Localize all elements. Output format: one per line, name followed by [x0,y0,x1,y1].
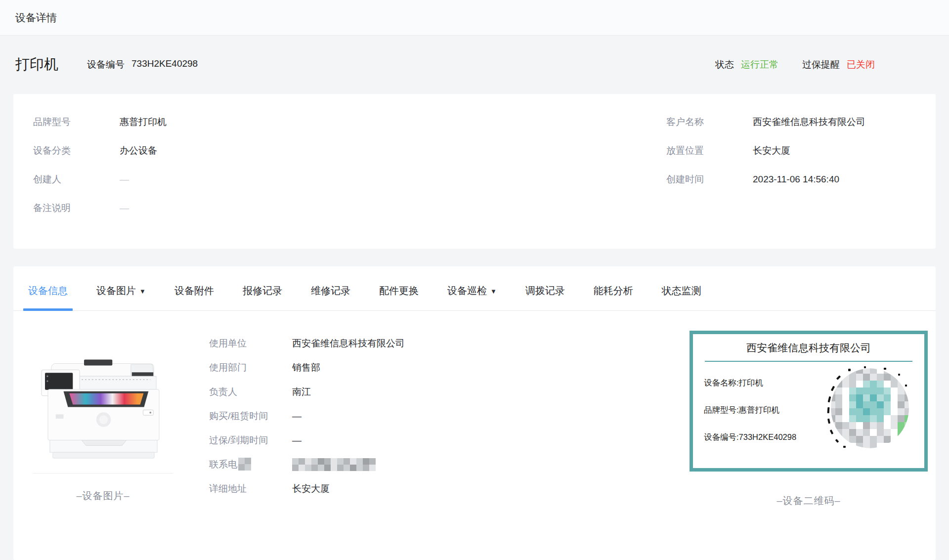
field-label: 放置位置 [666,143,753,158]
field-label: 联系电 [209,457,292,472]
device-number-label: 设备编号 [87,58,125,71]
tab-device-images[interactable]: 设备图片 ▼ [96,284,146,310]
field-value: 西安雀维信息科技有限公司 [292,336,405,351]
field-value: 2023-11-06 14:56:40 [753,172,839,186]
detail-row: 购买/租赁时间 — [209,409,690,424]
device-detail-card: 设备信息 设备图片 ▼ 设备附件 报修记录 维修记录 配件更换 设备巡检 ▼ 调… [13,266,936,560]
tab-device-attachments[interactable]: 设备附件 [174,284,214,310]
tab-label: 维修记录 [311,284,350,298]
warranty-reminder-label: 过保提醒 [802,58,840,71]
field-value: 长安大厦 [753,143,790,158]
info-row: 创建人 — [33,172,666,186]
detail-row: 负责人 南江 [209,385,690,399]
field-value: 销售部 [292,360,320,375]
tab-label: 设备图片 [96,284,136,298]
device-header: 打印机 设备编号 733H2KE40298 状态 运行正常 过保提醒 已关闭 [0,36,949,94]
info-row: 备注说明 — [33,201,666,215]
phone-label-text: 联系电 [209,457,237,472]
tab-transfer-records[interactable]: 调拨记录 [525,284,565,310]
warranty-reminder-field: 过保提醒 已关闭 [802,58,875,71]
status-label: 状态 [715,58,734,71]
detail-row: 详细地址 长安大厦 [209,481,690,496]
tab-label: 状态监测 [662,284,701,298]
qr-company-name: 西安雀维信息科技有限公司 [704,338,913,361]
tab-label: 调拨记录 [525,284,565,298]
top-bar: 设备详情 [0,0,949,36]
tab-device-info[interactable]: 设备信息 [28,284,68,310]
device-qr-card: 西安雀维信息科技有限公司 设备名称:打印机 品牌型号:惠普打印机 设备编号:73… [690,331,928,472]
info-row: 客户名称 西安雀维信息科技有限公司 [666,115,916,129]
field-label: 创建人 [33,172,120,186]
qr-remnant-mark [836,375,841,380]
info-row: 创建时间 2023-11-06 14:56:40 [666,172,916,186]
tab-bar: 设备信息 设备图片 ▼ 设备附件 报修记录 维修记录 配件更换 设备巡检 ▼ 调… [13,266,936,311]
device-info-panel: –设备图片– 使用单位 西安雀维信息科技有限公司 使用部门 销售部 负责人 南江… [13,311,936,508]
device-info-card: 品牌型号 惠普打印机 设备分类 办公设备 创建人 — 备注说明 — 客户名称 西… [13,94,936,249]
field-label: 设备分类 [33,143,120,158]
redacted-pixel-block [238,458,255,472]
status-badge: 运行正常 [741,58,778,71]
qr-brand-model: 品牌型号:惠普打印机 [704,405,825,416]
qr-remnant-mark [835,439,839,443]
field-label: 详细地址 [209,481,292,496]
tab-energy-analysis[interactable]: 能耗分析 [594,284,633,310]
chevron-down-icon: ▼ [490,288,497,295]
qr-remnant-mark [827,419,830,424]
qr-remnant-mark [843,446,846,448]
qr-remnant-mark [831,386,835,391]
field-label: 过保/到期时间 [209,433,292,448]
tab-label: 设备信息 [28,284,68,298]
tab-maintenance-records[interactable]: 维修记录 [311,284,350,310]
qr-remnant-mark [864,366,866,368]
info-row: 放置位置 长安大厦 [666,143,916,158]
tab-label: 能耗分析 [594,284,633,298]
field-value: 办公设备 [120,143,157,158]
qr-remnant-mark [828,396,831,403]
device-image-caption: –设备图片– [33,489,173,503]
qr-remnant-mark [827,407,830,413]
field-value: 长安大厦 [292,481,330,496]
field-label: 使用单位 [209,336,292,351]
field-value-redacted [292,457,376,472]
page-title: 设备详情 [15,11,57,25]
device-name: 打印机 [15,55,58,75]
tab-device-inspection[interactable]: 设备巡检 ▼ [447,284,497,310]
qr-device-name: 设备名称:打印机 [704,378,825,388]
detail-row: 过保/到期时间 — [209,433,690,448]
detail-row: 使用部门 销售部 [209,360,690,375]
info-row: 品牌型号 惠普打印机 [33,115,666,129]
field-value: 西安雀维信息科技有限公司 [753,115,865,129]
qr-remnant-mark [884,368,886,370]
device-qr-caption: –设备二维码– [776,494,840,508]
image-divider [33,473,173,474]
detail-row: 使用单位 西安雀维信息科技有限公司 [209,336,690,351]
tab-status-monitoring[interactable]: 状态监测 [662,284,701,310]
field-value: — [120,201,129,215]
qr-remnant-mark [830,430,834,434]
info-row: 设备分类 办公设备 [33,143,666,158]
tab-label: 设备附件 [174,284,214,298]
field-value: — [292,409,302,424]
tab-repair-requests[interactable]: 报修记录 [243,284,282,310]
chevron-down-icon: ▼ [139,288,146,295]
qr-device-number: 设备编号:733H2KE40298 [704,432,825,443]
tab-label: 设备巡检 [447,284,487,298]
field-label: 品牌型号 [33,115,120,129]
qr-code-censored [825,364,913,452]
field-value: — [292,433,302,448]
qr-remnant-mark [898,374,900,376]
tab-parts-replacement[interactable]: 配件更换 [379,284,419,310]
field-value: 惠普打印机 [120,115,167,129]
field-label: 购买/租赁时间 [209,409,292,424]
redacted-phone-number [292,458,376,471]
field-label: 使用部门 [209,360,292,375]
field-label: 负责人 [209,385,292,399]
qr-remnant-mark [905,385,907,387]
tab-label: 报修记录 [243,284,282,298]
field-label: 客户名称 [666,115,753,129]
device-number: 设备编号 733H2KE40298 [87,58,198,71]
field-value: 南江 [292,385,311,399]
device-number-value: 733H2KE40298 [131,58,198,71]
field-label: 创建时间 [666,172,753,186]
field-label: 备注说明 [33,201,120,215]
